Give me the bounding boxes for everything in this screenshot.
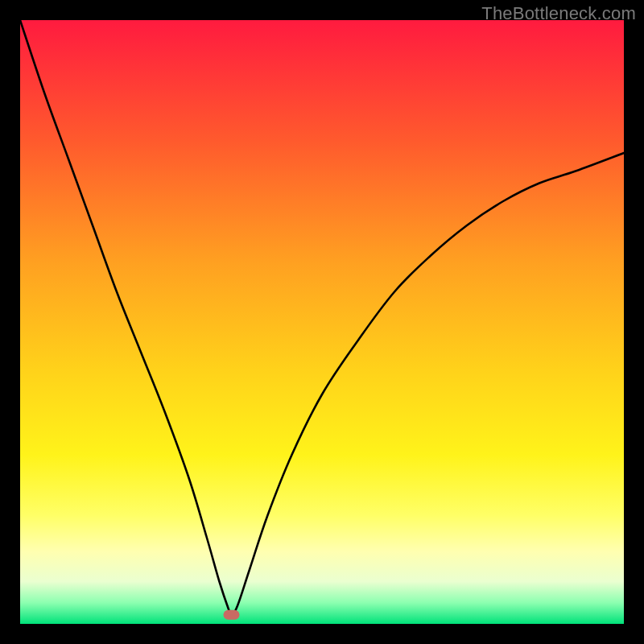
chart-svg [20, 20, 624, 624]
plot-area [20, 20, 624, 624]
gradient-background [20, 20, 624, 624]
chart-frame: TheBottleneck.com [0, 0, 644, 644]
min-point-marker [224, 610, 240, 620]
watermark-text: TheBottleneck.com [481, 3, 636, 24]
